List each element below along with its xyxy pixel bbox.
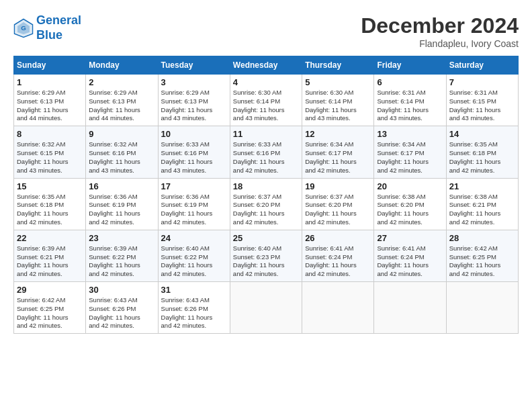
day-info: Sunrise: 6:37 AM Sunset: 6:20 PM Dayligh…	[305, 193, 371, 227]
calendar-cell	[446, 282, 518, 334]
day-number: 27	[377, 233, 443, 243]
logo-general: General	[36, 13, 81, 27]
calendar-cell: 5Sunrise: 6:30 AM Sunset: 6:14 PM Daylig…	[302, 75, 374, 126]
calendar-cell: 27Sunrise: 6:41 AM Sunset: 6:24 PM Dayli…	[374, 230, 446, 281]
day-info: Sunrise: 6:30 AM Sunset: 6:14 PM Dayligh…	[233, 89, 299, 123]
day-number: 5	[305, 77, 371, 87]
day-info: Sunrise: 6:39 AM Sunset: 6:21 PM Dayligh…	[17, 244, 83, 279]
day-info: Sunrise: 6:29 AM Sunset: 6:13 PM Dayligh…	[89, 89, 154, 123]
day-info: Sunrise: 6:41 AM Sunset: 6:24 PM Dayligh…	[377, 244, 443, 279]
day-info: Sunrise: 6:29 AM Sunset: 6:13 PM Dayligh…	[17, 89, 83, 123]
day-number: 18	[233, 181, 299, 191]
logo: G General Blue	[13, 13, 81, 42]
day-info: Sunrise: 6:39 AM Sunset: 6:22 PM Dayligh…	[89, 244, 154, 279]
calendar-cell: 24Sunrise: 6:40 AM Sunset: 6:22 PM Dayli…	[158, 230, 230, 281]
day-info: Sunrise: 6:35 AM Sunset: 6:18 PM Dayligh…	[449, 140, 515, 175]
day-number: 10	[161, 129, 227, 139]
calendar-week-3: 15Sunrise: 6:35 AM Sunset: 6:18 PM Dayli…	[14, 178, 519, 230]
calendar-table: SundayMondayTuesdayWednesdayThursdayFrid…	[13, 56, 519, 334]
calendar-cell: 7Sunrise: 6:31 AM Sunset: 6:15 PM Daylig…	[446, 75, 518, 126]
calendar-cell: 9Sunrise: 6:32 AM Sunset: 6:16 PM Daylig…	[86, 126, 158, 178]
calendar-cell: 4Sunrise: 6:30 AM Sunset: 6:14 PM Daylig…	[230, 75, 302, 126]
calendar-cell: 8Sunrise: 6:32 AM Sunset: 6:15 PM Daylig…	[14, 126, 86, 178]
day-info: Sunrise: 6:42 AM Sunset: 6:25 PM Dayligh…	[449, 244, 515, 279]
day-info: Sunrise: 6:40 AM Sunset: 6:23 PM Dayligh…	[233, 244, 299, 279]
calendar-cell: 13Sunrise: 6:34 AM Sunset: 6:17 PM Dayli…	[374, 126, 446, 178]
calendar-cell: 1Sunrise: 6:29 AM Sunset: 6:13 PM Daylig…	[14, 75, 86, 126]
day-number: 11	[233, 129, 299, 139]
calendar-cell	[302, 282, 374, 334]
day-info: Sunrise: 6:33 AM Sunset: 6:16 PM Dayligh…	[161, 140, 227, 175]
calendar-cell: 12Sunrise: 6:34 AM Sunset: 6:17 PM Dayli…	[302, 126, 374, 178]
day-number: 24	[161, 233, 227, 243]
day-info: Sunrise: 6:35 AM Sunset: 6:18 PM Dayligh…	[17, 193, 83, 227]
day-number: 12	[305, 129, 371, 139]
month-title: December 2024	[361, 13, 519, 38]
calendar-week-5: 29Sunrise: 6:42 AM Sunset: 6:25 PM Dayli…	[14, 282, 519, 334]
day-info: Sunrise: 6:29 AM Sunset: 6:13 PM Dayligh…	[161, 89, 227, 123]
calendar-body: 1Sunrise: 6:29 AM Sunset: 6:13 PM Daylig…	[14, 75, 519, 334]
calendar-cell: 14Sunrise: 6:35 AM Sunset: 6:18 PM Dayli…	[446, 126, 518, 178]
calendar-cell: 20Sunrise: 6:38 AM Sunset: 6:20 PM Dayli…	[374, 178, 446, 230]
column-header-sunday: Sunday	[14, 56, 86, 75]
day-info: Sunrise: 6:33 AM Sunset: 6:16 PM Dayligh…	[233, 140, 299, 175]
calendar-cell	[374, 282, 446, 334]
day-info: Sunrise: 6:34 AM Sunset: 6:17 PM Dayligh…	[377, 140, 443, 175]
day-info: Sunrise: 6:36 AM Sunset: 6:19 PM Dayligh…	[161, 193, 227, 227]
calendar-week-2: 8Sunrise: 6:32 AM Sunset: 6:15 PM Daylig…	[14, 126, 519, 178]
column-header-monday: Monday	[86, 56, 158, 75]
day-number: 22	[17, 233, 83, 243]
day-info: Sunrise: 6:32 AM Sunset: 6:16 PM Dayligh…	[89, 140, 154, 175]
day-number: 1	[17, 77, 83, 87]
day-number: 17	[161, 181, 227, 191]
day-number: 26	[305, 233, 371, 243]
day-number: 3	[161, 77, 227, 87]
day-info: Sunrise: 6:36 AM Sunset: 6:19 PM Dayligh…	[89, 193, 154, 227]
column-header-thursday: Thursday	[302, 56, 374, 75]
logo-icon: G	[13, 18, 34, 38]
day-info: Sunrise: 6:38 AM Sunset: 6:20 PM Dayligh…	[377, 193, 443, 227]
day-number: 23	[89, 233, 154, 243]
calendar-cell: 17Sunrise: 6:36 AM Sunset: 6:19 PM Dayli…	[158, 178, 230, 230]
calendar-cell: 3Sunrise: 6:29 AM Sunset: 6:13 PM Daylig…	[158, 75, 230, 126]
day-number: 20	[377, 181, 443, 191]
day-info: Sunrise: 6:30 AM Sunset: 6:14 PM Dayligh…	[305, 89, 371, 123]
calendar-cell: 2Sunrise: 6:29 AM Sunset: 6:13 PM Daylig…	[86, 75, 158, 126]
title-block: December 2024 Flandapleu, Ivory Coast	[361, 13, 519, 49]
day-number: 8	[17, 129, 83, 139]
day-number: 7	[449, 77, 515, 87]
calendar-header-row: SundayMondayTuesdayWednesdayThursdayFrid…	[14, 56, 519, 75]
day-info: Sunrise: 6:40 AM Sunset: 6:22 PM Dayligh…	[161, 244, 227, 279]
calendar-week-4: 22Sunrise: 6:39 AM Sunset: 6:21 PM Dayli…	[14, 230, 519, 281]
day-number: 25	[233, 233, 299, 243]
calendar-cell: 18Sunrise: 6:37 AM Sunset: 6:20 PM Dayli…	[230, 178, 302, 230]
day-number: 4	[233, 77, 299, 87]
day-info: Sunrise: 6:43 AM Sunset: 6:26 PM Dayligh…	[161, 296, 227, 330]
calendar-cell	[230, 282, 302, 334]
day-number: 16	[89, 181, 154, 191]
day-number: 9	[89, 129, 154, 139]
calendar-cell: 28Sunrise: 6:42 AM Sunset: 6:25 PM Dayli…	[446, 230, 518, 281]
calendar-week-1: 1Sunrise: 6:29 AM Sunset: 6:13 PM Daylig…	[14, 75, 519, 126]
day-info: Sunrise: 6:42 AM Sunset: 6:25 PM Dayligh…	[17, 296, 83, 330]
day-info: Sunrise: 6:38 AM Sunset: 6:21 PM Dayligh…	[449, 193, 515, 227]
column-header-tuesday: Tuesday	[158, 56, 230, 75]
day-number: 31	[161, 285, 227, 295]
column-header-friday: Friday	[374, 56, 446, 75]
calendar-cell: 19Sunrise: 6:37 AM Sunset: 6:20 PM Dayli…	[302, 178, 374, 230]
day-number: 29	[17, 285, 83, 295]
logo-blue: Blue	[36, 28, 62, 42]
day-info: Sunrise: 6:41 AM Sunset: 6:24 PM Dayligh…	[305, 244, 371, 279]
svg-text:G: G	[21, 24, 26, 32]
day-number: 6	[377, 77, 443, 87]
day-number: 2	[89, 77, 154, 87]
calendar-cell: 23Sunrise: 6:39 AM Sunset: 6:22 PM Dayli…	[86, 230, 158, 281]
day-number: 21	[449, 181, 515, 191]
calendar-cell: 31Sunrise: 6:43 AM Sunset: 6:26 PM Dayli…	[158, 282, 230, 334]
calendar-cell: 6Sunrise: 6:31 AM Sunset: 6:14 PM Daylig…	[374, 75, 446, 126]
calendar-cell: 15Sunrise: 6:35 AM Sunset: 6:18 PM Dayli…	[14, 178, 86, 230]
day-number: 28	[449, 233, 515, 243]
column-header-wednesday: Wednesday	[230, 56, 302, 75]
day-number: 14	[449, 129, 515, 139]
day-number: 13	[377, 129, 443, 139]
